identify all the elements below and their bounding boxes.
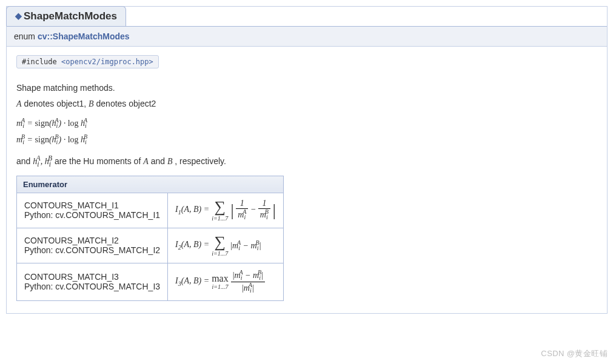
table-row: CONTOURS_MATCH_I2Python: cv.CONTOURS_MAT… (17, 228, 284, 263)
bigop-max: maxi=1...7 (212, 274, 229, 290)
formula-mB: miB = sign(hiB) · log hiB (16, 131, 597, 148)
enumerator-name: CONTOURS_MATCH_I2 (24, 236, 160, 245)
table-body: CONTOURS_MATCH_I1Python: cv.CONTOURS_MAT… (17, 193, 284, 300)
formula: I2(A, B) = ∑i=1...7|miA − miB| (175, 234, 261, 257)
enumerator-formula-cell: I3(A, B) = maxi=1...7|miA − miB||miA| (168, 263, 284, 300)
enumerator-python: Python: cv.CONTOURS_MATCH_I2 (24, 245, 160, 255)
table-row: CONTOURS_MATCH_I3Python: cv.CONTOURS_MAT… (17, 263, 284, 300)
signature-bar: enum cv::ShapeMatchModes (7, 27, 607, 47)
tab-title: ShapeMatchModes (24, 10, 117, 22)
enumerator-table: Enumerator CONTOURS_MATCH_I1Python: cv.C… (16, 176, 284, 301)
signature-namespace[interactable]: cv::ShapeMatchModes (38, 31, 130, 41)
formula: I3(A, B) = maxi=1...7|miA − miB||miA| (175, 270, 265, 294)
bigop-sum: ∑i=1...7 (212, 199, 228, 222)
enumerator-formula-cell: I2(A, B) = ∑i=1...7|miA − miB| (168, 228, 284, 263)
diamond-icon: ◆ (15, 11, 22, 21)
formula: I1(A, B) = ∑i=1...7| 1miA − 1miB | (175, 199, 276, 222)
table-row: CONTOURS_MATCH_I1Python: cv.CONTOURS_MAT… (17, 193, 284, 228)
doc-content: #include <opencv2/imgproc.hpp> Shape mat… (7, 47, 607, 313)
table-header: Enumerator (17, 176, 284, 193)
sym-B: B (89, 99, 94, 108)
section-tab[interactable]: ◆ShapeMatchModes (6, 6, 126, 26)
enumerator-formula-cell: I1(A, B) = ∑i=1...7| 1miA − 1miB | (168, 193, 284, 228)
description-p2: A denotes object1, B denotes object2 (16, 99, 597, 109)
enumerator-python: Python: cv.CONTOURS_MATCH_I1 (24, 210, 160, 220)
enumerator-name-cell: CONTOURS_MATCH_I1Python: cv.CONTOURS_MAT… (17, 193, 168, 228)
include-prefix: #include (22, 58, 61, 66)
hu-symbols: hiA, hiB (33, 157, 52, 166)
signature-keyword: enum (14, 31, 35, 41)
formula-mA: miA = sign(hiA) · log hiA (16, 115, 597, 131)
description-p1: Shape matching methods. (16, 83, 597, 93)
include-header[interactable]: <opencv2/imgproc.hpp> (61, 58, 153, 66)
enumerator-python: Python: cv.CONTOURS_MATCH_I3 (24, 282, 160, 291)
tab-header: ◆ShapeMatchModes (7, 7, 607, 27)
enumerator-name: CONTOURS_MATCH_I1 (24, 200, 160, 210)
include-directive: #include <opencv2/imgproc.hpp> (16, 55, 159, 68)
sym-A: A (16, 99, 22, 108)
description-p3: and hiA, hiB are the Hu moments of A and… (16, 154, 597, 168)
enumerator-name-cell: CONTOURS_MATCH_I3Python: cv.CONTOURS_MAT… (17, 263, 168, 300)
bigop-sum: ∑i=1...7 (212, 234, 228, 257)
enumerator-name-cell: CONTOURS_MATCH_I2Python: cv.CONTOURS_MAT… (17, 228, 168, 263)
enumerator-name: CONTOURS_MATCH_I3 (24, 272, 160, 282)
formula-definitions: miA = sign(hiA) · log hiA miB = sign(hiB… (16, 115, 597, 147)
doc-panel: ◆ShapeMatchModes enum cv::ShapeMatchMode… (6, 6, 608, 314)
